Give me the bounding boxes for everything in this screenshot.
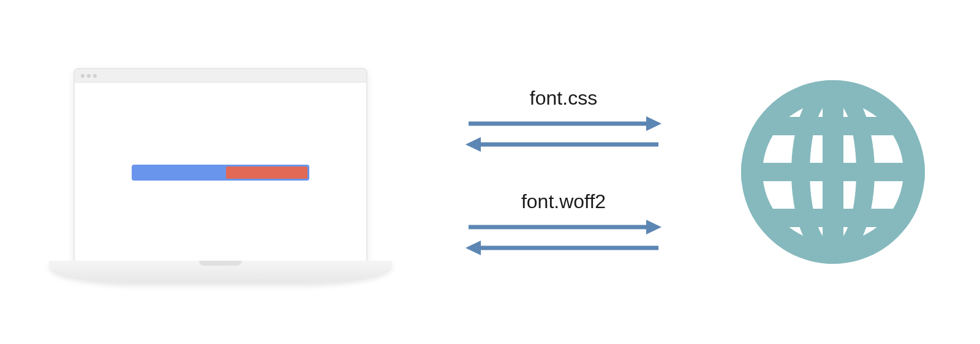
- svg-marker-5: [646, 220, 662, 234]
- arrow-group-woff2: font.woff2: [466, 190, 662, 257]
- svg-marker-3: [466, 137, 481, 152]
- window-dot: [93, 74, 97, 78]
- loading-progress-bar: [132, 165, 309, 181]
- arrow-left-icon: [466, 239, 662, 257]
- svg-rect-21: [823, 80, 843, 264]
- laptop-screen: [74, 68, 368, 264]
- loading-progress-fill: [226, 166, 307, 179]
- window-dot: [87, 74, 91, 78]
- arrow-right-icon: [466, 218, 662, 236]
- svg-marker-7: [466, 241, 481, 255]
- laptop-base: [49, 261, 392, 282]
- request-label-woff2: font.woff2: [521, 190, 606, 213]
- window-dot: [81, 74, 85, 78]
- arrow-right-icon: [466, 114, 662, 133]
- request-label-css: font.css: [530, 87, 597, 110]
- laptop-notch: [199, 261, 242, 266]
- window-controls: [81, 74, 97, 78]
- arrow-group-css: font.css: [466, 87, 662, 154]
- laptop-icon: [49, 50, 392, 294]
- arrow-left-icon: [466, 135, 662, 154]
- browser-viewport: [75, 83, 366, 263]
- svg-marker-1: [646, 116, 662, 131]
- browser-titlebar: [75, 69, 366, 83]
- request-arrows: font.css font.woff2: [392, 87, 735, 257]
- globe-icon: [735, 74, 931, 270]
